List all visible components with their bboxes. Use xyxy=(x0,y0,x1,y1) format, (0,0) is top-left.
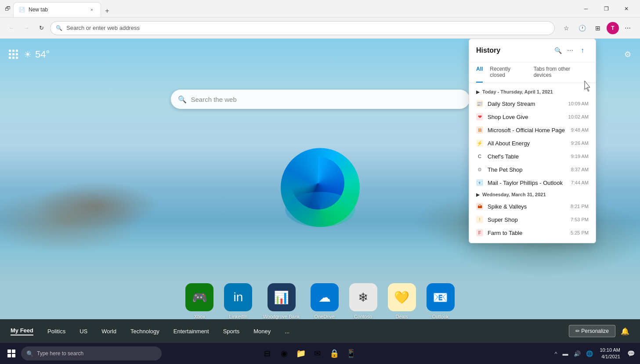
history-item-time: 7:44 AM xyxy=(571,180,589,185)
news-item-politics[interactable]: Politics xyxy=(47,328,65,335)
taskbar-app-security[interactable]: 🔒 xyxy=(326,346,342,361)
collections-icon[interactable]: ⊞ xyxy=(591,21,605,35)
taskbar-app-mail[interactable]: ✉ xyxy=(310,346,325,361)
shortcut-contoso[interactable]: ❄Contoso xyxy=(349,283,377,319)
search-box[interactable]: 🔍 Search the web xyxy=(171,90,470,109)
taskbar-app-explorer[interactable]: 📁 xyxy=(293,346,309,361)
search-icon: 🔍 xyxy=(56,25,62,31)
page-settings-icon[interactable]: ⚙ xyxy=(624,50,631,59)
shortcut-icon-outlook: 📧 xyxy=(427,283,455,311)
close-button[interactable]: ✕ xyxy=(616,0,636,18)
history-icon[interactable]: 🕐 xyxy=(575,21,589,35)
history-list-item[interactable]: 🏔Spike & Valleys8:21 PM xyxy=(469,200,596,213)
history-list-item[interactable]: ⚡All About Energy9:26 AM xyxy=(469,137,596,150)
history-list-item[interactable]: CChef's Table9:19 AM xyxy=(469,150,596,163)
history-tab-recently-closed[interactable]: Recently closed xyxy=(490,62,526,83)
taskbar-app-store[interactable]: 📱 xyxy=(343,346,359,361)
history-search-button[interactable]: 🔍 xyxy=(552,44,564,57)
favorites-icon[interactable]: ☆ xyxy=(559,21,573,35)
history-more-button[interactable]: ⋯ xyxy=(564,44,576,57)
history-item-favicon: ⚙ xyxy=(476,166,483,173)
shortcut-woodgrove[interactable]: 📊Woodgrove Bank xyxy=(263,283,300,319)
new-tab-button[interactable]: + xyxy=(101,5,113,17)
weather-widget[interactable]: ☀ 54° xyxy=(24,49,50,60)
shortcut-outlook[interactable]: 📧Outlook xyxy=(427,283,455,319)
search-web-placeholder: Search the web xyxy=(191,96,237,103)
shortcut-icon-linkedin: in xyxy=(224,283,252,311)
start-squares xyxy=(7,350,15,357)
history-item-name: Shop Love Give xyxy=(488,114,564,120)
history-item-name: Microsoft - Official Home Page xyxy=(488,127,567,133)
history-panel: History 🔍 ⋯ ↑ AllRecently closedTabs fro… xyxy=(469,39,596,243)
news-item-money[interactable]: Money xyxy=(253,328,271,335)
history-clear-button[interactable]: ↑ xyxy=(576,44,589,57)
news-item-my-feed[interactable]: My Feed xyxy=(11,327,33,335)
taskbar-search-icon: 🔍 xyxy=(26,350,33,357)
taskbar-app-edge[interactable]: ◉ xyxy=(276,346,292,361)
history-title: History xyxy=(476,47,552,54)
shortcut-xbox[interactable]: 🎮Xbox xyxy=(185,283,213,319)
back-button[interactable]: ← xyxy=(5,22,18,34)
history-list-item[interactable]: FFarm to Table5:25 PM xyxy=(469,226,596,239)
taskbar: 🔍 Type here to search ⊟◉📁✉🔒📱 ^ ▬ 🔊 🌐 10:… xyxy=(0,343,640,364)
minimize-button[interactable]: ─ xyxy=(576,0,596,18)
notifications-bell-icon[interactable]: 🔔 xyxy=(621,327,629,335)
history-list-item[interactable]: ⊞Microsoft - Official Home Page9:48 AM xyxy=(469,123,596,137)
taskbar-chevron-icon[interactable]: ^ xyxy=(553,349,559,359)
taskbar-clock[interactable]: 10:10 AM 4/1/2021 xyxy=(597,347,624,360)
address-input-container[interactable]: 🔍 Search or enter web address xyxy=(50,21,555,35)
history-list-item[interactable]: 📧Mail - Taylor Phillips - Outlook7:44 AM xyxy=(469,176,596,189)
shortcut-deals[interactable]: 💛Deals xyxy=(388,283,416,319)
news-bar: My FeedPoliticsUSWorldTechnologyEntertai… xyxy=(0,319,640,343)
taskbar-notification-icon[interactable]: 💬 xyxy=(626,348,636,359)
shortcut-onedrive[interactable]: ☁OneDrive xyxy=(311,283,339,319)
apps-grid-icon[interactable] xyxy=(9,50,18,59)
history-item-time: 9:48 AM xyxy=(571,127,589,133)
history-item-favicon: 🏔 xyxy=(476,203,483,210)
history-item-name: Daily Story Stream xyxy=(488,101,564,107)
history-section-header: ▶Today - Thursday, April 1, 2021 xyxy=(469,86,596,97)
history-body: ▶Today - Thursday, April 1, 2021📰Daily S… xyxy=(469,83,596,243)
tab-close-button[interactable]: × xyxy=(88,6,95,13)
history-header: History 🔍 ⋯ ↑ xyxy=(469,39,596,62)
shortcut-label-deals: Deals xyxy=(396,314,408,319)
history-tab-all[interactable]: All xyxy=(476,62,483,83)
history-tab-tabs-from-other-devices[interactable]: Tabs from other devices xyxy=(534,62,589,83)
window-controls: ─ ❐ ✕ xyxy=(576,0,636,18)
news-item-technology[interactable]: Technology xyxy=(130,328,159,335)
taskbar-globe-icon[interactable]: 🌐 xyxy=(584,349,595,359)
history-item-favicon: C xyxy=(476,153,483,160)
news-item-more[interactable]: ... xyxy=(285,328,289,335)
news-item-us[interactable]: US xyxy=(80,328,87,335)
edge-reflection xyxy=(285,192,355,227)
active-tab[interactable]: 📄 New tab × xyxy=(13,2,101,17)
news-item-world[interactable]: World xyxy=(101,328,116,335)
settings-icon[interactable]: ⋯ xyxy=(621,21,635,35)
shortcut-icon-onedrive: ☁ xyxy=(311,283,339,311)
personalize-button[interactable]: ✏ Personalize xyxy=(569,325,615,337)
history-item-favicon: ! xyxy=(476,216,483,223)
history-list-item[interactable]: 📰Daily Story Stream10:09 AM xyxy=(469,97,596,110)
shortcut-linkedin[interactable]: inLinkedIn xyxy=(224,283,252,319)
taskbar-sound-icon[interactable]: 🔊 xyxy=(572,349,582,359)
news-item-entertainment[interactable]: Entertainment xyxy=(174,328,209,335)
shortcut-label-woodgrove: Woodgrove Bank xyxy=(263,314,300,319)
history-list-item[interactable]: ⚙The Pet Shop8:37 AM xyxy=(469,163,596,176)
history-item-favicon: 📰 xyxy=(476,100,483,107)
taskbar-network-icon[interactable]: ▬ xyxy=(561,349,570,359)
history-list-item[interactable]: !Super Shop7:53 PM xyxy=(469,213,596,226)
refresh-button[interactable]: ↻ xyxy=(35,22,47,34)
shortcut-icon-xbox: 🎮 xyxy=(185,283,213,311)
forward-button[interactable]: → xyxy=(20,22,33,34)
history-list-item[interactable]: ❤Shop Love Give10:02 AM xyxy=(469,110,596,123)
history-section-date: Wednesday, March 31, 2021 xyxy=(482,192,546,197)
start-button[interactable] xyxy=(4,346,19,361)
taskbar-app-task-manager[interactable]: ⊟ xyxy=(260,346,275,361)
history-item-time: 8:37 AM xyxy=(571,167,589,172)
taskbar-search[interactable]: 🔍 Type here to search xyxy=(21,346,162,360)
profile-icon[interactable]: T xyxy=(607,22,619,34)
maximize-button[interactable]: ❐ xyxy=(596,0,616,18)
news-item-sports[interactable]: Sports xyxy=(223,328,240,335)
shortcut-label-xbox: Xbox xyxy=(194,314,205,319)
taskbar-apps: ⊟◉📁✉🔒📱 xyxy=(260,346,359,361)
